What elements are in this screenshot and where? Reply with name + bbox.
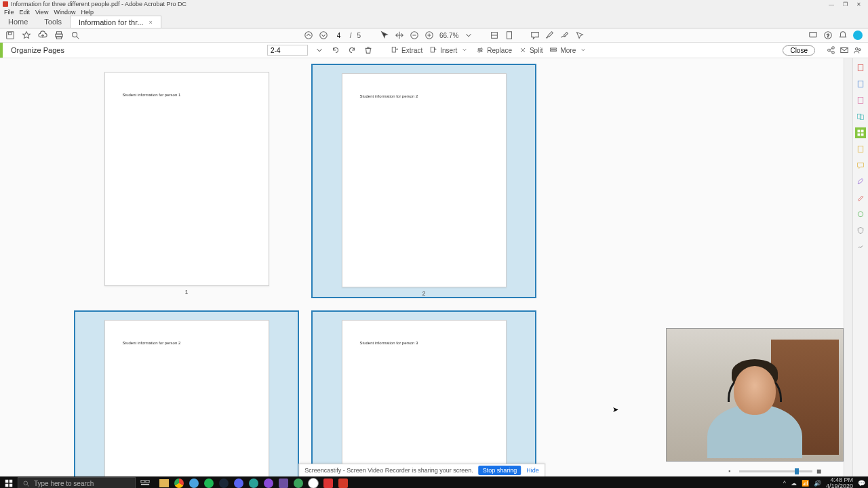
zoom-in-icon[interactable] <box>425 30 434 40</box>
star-icon[interactable] <box>22 30 31 40</box>
mail-icon[interactable] <box>840 45 849 55</box>
share-icon[interactable] <box>826 45 835 55</box>
tray-network-icon[interactable]: 📶 <box>802 480 809 487</box>
rail-compress-icon[interactable] <box>855 144 866 155</box>
page-thumbnail[interactable]: Student information for person 23 <box>74 310 299 476</box>
fit-page-icon[interactable] <box>505 30 514 40</box>
delete-icon[interactable] <box>363 45 373 55</box>
taskbar-spotify-icon[interactable] <box>202 477 216 488</box>
page-down-icon[interactable] <box>319 30 328 40</box>
rail-fillsign-icon[interactable] <box>855 176 866 187</box>
thumbnail-area[interactable]: Student information for person 11Student… <box>0 58 844 476</box>
close-organize-button[interactable]: Close <box>783 45 815 56</box>
tray-volume-icon[interactable]: 🔊 <box>814 480 821 487</box>
tab-home[interactable]: Home <box>0 16 36 28</box>
taskbar-chrome-icon[interactable] <box>172 477 186 488</box>
insert-chevron-icon <box>460 45 469 55</box>
page-range-input[interactable] <box>267 45 308 56</box>
rail-redact-icon[interactable] <box>855 192 866 203</box>
taskbar-app-chat-icon[interactable] <box>307 477 320 488</box>
taskbar-steam-icon[interactable] <box>217 477 231 488</box>
tray-chevron-icon[interactable]: ^ <box>783 480 786 487</box>
page-thumbnail[interactable]: Student information for person 22 <box>311 64 536 298</box>
menu-window[interactable]: Window <box>54 9 75 16</box>
taskbar-discord-icon[interactable] <box>232 477 245 488</box>
rotate-ccw-icon[interactable] <box>331 45 340 55</box>
chat-icon[interactable] <box>808 30 818 40</box>
taskbar-app-green-icon[interactable] <box>292 477 305 488</box>
taskbar-acrobat-icon[interactable] <box>336 477 350 488</box>
taskbar-app-teal-icon[interactable] <box>247 477 260 488</box>
tray-onedrive-icon[interactable]: ☁ <box>791 480 797 487</box>
rotate-cw-icon[interactable] <box>347 45 357 55</box>
menu-edit[interactable]: Edit <box>20 9 31 16</box>
webcam-overlay <box>666 328 844 462</box>
vertical-scrollbar[interactable] <box>844 58 852 476</box>
taskbar-rec-icon[interactable] <box>321 477 335 488</box>
close-window-button[interactable]: ✕ <box>852 1 865 7</box>
print-icon[interactable] <box>54 30 64 40</box>
tray-notifications-icon[interactable]: 💬 <box>858 480 865 487</box>
rail-export-icon[interactable] <box>855 62 866 73</box>
thumbnail-zoom-slider[interactable]: ▪ ◼ <box>728 468 823 474</box>
search-placeholder: Type here to search <box>34 480 94 487</box>
menu-view[interactable]: View <box>35 9 48 16</box>
rail-protect-icon[interactable] <box>855 225 866 236</box>
taskbar-app-purple-icon[interactable] <box>277 477 290 488</box>
rail-more-icon[interactable] <box>855 241 866 252</box>
comment-icon[interactable] <box>530 30 540 40</box>
rail-optimize-icon[interactable] <box>855 209 866 220</box>
page-up-icon[interactable] <box>304 30 313 40</box>
start-button[interactable] <box>3 477 15 488</box>
taskbar-opera-icon[interactable] <box>262 477 275 488</box>
stamp-icon[interactable] <box>575 30 585 40</box>
split-button[interactable]: Split <box>519 46 542 54</box>
page-number-input[interactable] <box>334 31 344 40</box>
help-icon[interactable]: ? <box>823 30 833 40</box>
page-thumbnail[interactable]: Student information for person 11 <box>68 62 305 309</box>
svg-line-27 <box>830 48 833 49</box>
maximize-button[interactable]: ❐ <box>838 1 852 7</box>
minimize-button[interactable]: — <box>825 1 838 7</box>
menu-file[interactable]: File <box>4 9 14 16</box>
rail-comment-icon[interactable] <box>855 160 866 171</box>
bell-icon[interactable] <box>838 30 848 40</box>
insert-button[interactable]: Insert <box>429 45 469 55</box>
tab-close-icon[interactable]: × <box>149 19 152 26</box>
menu-help[interactable]: Help <box>81 9 94 16</box>
range-dropdown-icon[interactable] <box>315 45 324 55</box>
pointer-icon[interactable] <box>380 30 389 40</box>
tab-tools[interactable]: Tools <box>36 16 70 28</box>
highlight-icon[interactable] <box>545 30 555 40</box>
page-number-label: 1 <box>184 289 188 296</box>
window-title: Information for three different people.p… <box>11 1 186 7</box>
task-view-icon[interactable] <box>138 477 152 488</box>
tab-document[interactable]: Information for thr... × <box>70 16 161 28</box>
zoom-out-icon[interactable] <box>410 30 419 40</box>
taskbar-search[interactable]: Type here to search <box>18 477 136 488</box>
user-avatar[interactable] <box>853 30 863 40</box>
cloud-upload-icon[interactable] <box>38 30 47 40</box>
rail-combine-icon[interactable] <box>855 111 866 122</box>
replace-button[interactable]: Replace <box>476 46 512 54</box>
extract-button[interactable]: Extract <box>391 46 422 54</box>
search-icon[interactable] <box>71 30 80 40</box>
sign-icon[interactable] <box>560 30 570 40</box>
stop-sharing-button[interactable]: Stop sharing <box>479 466 521 475</box>
taskbar-app-blue-icon[interactable] <box>187 477 201 488</box>
rail-edit-icon[interactable] <box>855 95 866 106</box>
pan-icon[interactable] <box>395 30 404 40</box>
people-icon[interactable] <box>853 45 863 55</box>
more-chevron-icon <box>578 45 588 55</box>
more-button[interactable]: More <box>549 45 588 55</box>
zoom-level[interactable]: 66.7% <box>439 32 458 39</box>
page-thumbnail[interactable]: Student information for person 34 <box>311 310 536 476</box>
save-icon[interactable] <box>5 30 15 40</box>
chevron-down-icon[interactable] <box>464 30 473 40</box>
fit-width-icon[interactable] <box>490 30 499 40</box>
rail-organize-icon[interactable] <box>855 127 866 138</box>
taskbar-clock[interactable]: 4:48 PM 4/19/2020 <box>826 477 853 488</box>
hide-notice-button[interactable]: Hide <box>526 467 539 474</box>
rail-create-icon[interactable] <box>855 79 866 89</box>
taskbar-explorer-icon[interactable] <box>157 477 171 488</box>
